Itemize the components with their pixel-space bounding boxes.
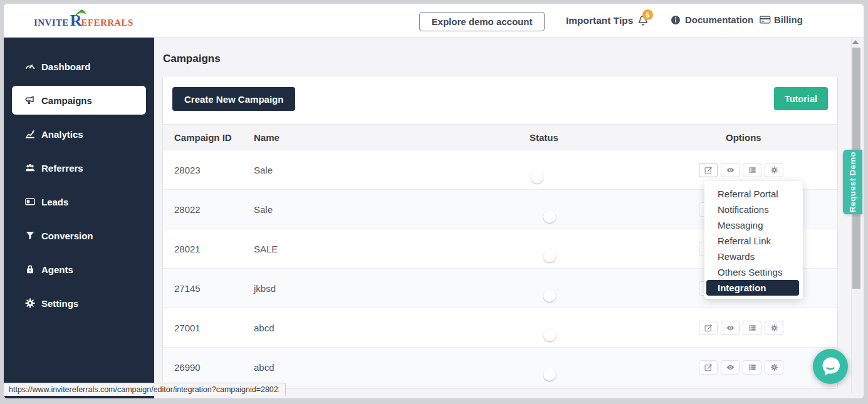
- list-icon: [748, 324, 756, 332]
- edit-option-button[interactable]: [699, 321, 718, 335]
- credit-card-icon: [760, 15, 771, 24]
- options-dropdown-menu: Referral PortalNotificationsMessagingRef…: [704, 181, 803, 299]
- sidebar-item-label: Analytics: [41, 129, 83, 140]
- gear-option-button[interactable]: [765, 163, 783, 177]
- sidebar-nav: Dashboard Campaigns Analytics Referrers …: [4, 38, 154, 318]
- eye-icon: [726, 166, 735, 174]
- sidebar-item-label: Dashboard: [41, 61, 90, 72]
- tutorial-button[interactable]: Tutorial: [774, 87, 828, 110]
- sidebar-item-label: Settings: [41, 298, 78, 309]
- dropdown-item-messaging[interactable]: Messaging: [704, 217, 803, 233]
- documentation-label: Documentation: [685, 14, 753, 25]
- campaign-id-cell: 28023: [174, 165, 254, 175]
- sidebar-item-settings[interactable]: Settings: [4, 289, 154, 318]
- gear-icon: [770, 363, 778, 371]
- wifi-signal-icon: [75, 6, 87, 15]
- campaign-id-cell: 26990: [174, 362, 254, 373]
- sidebar: Dashboard Campaigns Analytics Referrers …: [4, 38, 154, 398]
- important-tips-button[interactable]: Important Tips: [566, 14, 649, 27]
- list-option-button[interactable]: [743, 163, 761, 177]
- dropdown-item-notifications[interactable]: Notifications: [704, 202, 803, 217]
- top-navbar: INVITEREFERRALS Explore demo account Imp…: [4, 4, 864, 38]
- campaign-name-cell: abcd: [254, 323, 530, 333]
- table-row: 27001 abcd: [163, 308, 837, 348]
- edit-option-button[interactable]: [699, 360, 718, 375]
- col-header-campaign-id: Campaign ID: [174, 132, 254, 143]
- campaign-name-cell: jkbsd: [254, 283, 530, 294]
- scrollbar-up-arrow[interactable]: [852, 40, 859, 44]
- options-cell: [699, 321, 837, 335]
- invitereferrals-logo[interactable]: INVITEREFERRALS: [34, 13, 133, 29]
- sidebar-item-leads[interactable]: Leads: [4, 187, 154, 216]
- gear-option-button[interactable]: [765, 360, 783, 375]
- documentation-link[interactable]: Documentation: [671, 14, 753, 25]
- sidebar-item-referrers[interactable]: Referrers: [4, 153, 154, 182]
- sidebar-item-agents[interactable]: Agents: [4, 255, 154, 284]
- logo-text-eferrals: EFERRALS: [81, 18, 133, 28]
- create-new-campaign-button[interactable]: Create New Campaign: [172, 87, 295, 111]
- col-header-status: Status: [530, 132, 699, 143]
- gear-option-button[interactable]: [765, 321, 783, 335]
- chart-line-icon: [24, 128, 36, 140]
- sidebar-item-conversion[interactable]: Conversion: [4, 221, 154, 250]
- gear-icon: [770, 324, 778, 332]
- dropdown-item-others-settings[interactable]: Others Settings: [704, 264, 803, 280]
- logo-text-invite: INVITE: [34, 18, 69, 28]
- sidebar-item-label: Referrers: [41, 163, 83, 174]
- leads-card-icon: [24, 196, 36, 207]
- edit-option-button[interactable]: [699, 163, 718, 177]
- col-header-name: Name: [254, 132, 530, 143]
- sidebar-item-campaigns[interactable]: Campaigns: [12, 86, 146, 115]
- dropdown-item-rewards[interactable]: Rewards: [704, 249, 803, 264]
- list-icon: [748, 363, 756, 371]
- status-url-bar: https://www.invitereferrals.com/campaign…: [4, 383, 286, 396]
- sidebar-item-label: Campaigns: [41, 95, 92, 106]
- filter-icon: [24, 230, 36, 241]
- sidebar-item-dashboard[interactable]: Dashboard: [4, 52, 154, 81]
- billing-link[interactable]: Billing: [760, 14, 803, 25]
- col-header-options: Options: [699, 132, 837, 143]
- explore-demo-account-button[interactable]: Explore demo account: [419, 12, 545, 31]
- edit-icon: [704, 363, 713, 371]
- tips-count-badge: 5: [642, 9, 653, 20]
- megaphone-icon: [24, 95, 36, 106]
- app-window: INVITEREFERRALS Explore demo account Imp…: [4, 4, 864, 398]
- campaign-id-cell: 27001: [174, 323, 254, 333]
- eye-icon: [726, 324, 735, 332]
- options-cell: [699, 163, 837, 177]
- info-icon: [671, 15, 681, 25]
- eye-option-button[interactable]: [721, 321, 740, 335]
- request-demo-tab[interactable]: Request Demo: [843, 150, 862, 214]
- dropdown-item-referral-link[interactable]: Referral Link: [704, 233, 803, 249]
- campaign-id-cell: 27145: [174, 283, 254, 294]
- chat-bubble-icon[interactable]: [813, 349, 848, 384]
- list-option-button[interactable]: [743, 360, 761, 375]
- dropdown-item-integration[interactable]: Integration: [706, 280, 799, 296]
- table-row: 26990 abcd: [163, 348, 837, 387]
- page-title: Campaigns: [163, 53, 221, 65]
- lock-icon: [24, 264, 36, 275]
- sidebar-item-analytics[interactable]: Analytics: [4, 120, 154, 148]
- eye-option-button[interactable]: [721, 163, 740, 177]
- billing-label: Billing: [774, 14, 803, 25]
- list-option-button[interactable]: [743, 321, 761, 335]
- list-icon: [748, 166, 756, 174]
- sidebar-item-label: Conversion: [41, 230, 93, 241]
- campaign-id-cell: 28022: [174, 204, 254, 215]
- dropdown-item-referral-portal[interactable]: Referral Portal: [704, 186, 803, 202]
- edit-icon: [704, 324, 713, 332]
- edit-icon: [704, 166, 713, 174]
- users-icon: [24, 162, 36, 174]
- request-demo-label: Request Demo: [848, 152, 857, 212]
- campaign-name-cell: abcd: [254, 362, 530, 373]
- campaign-name-cell: Sale: [254, 165, 530, 175]
- campaign-name-cell: Sale: [254, 204, 530, 215]
- dashboard-icon: [24, 61, 36, 72]
- status-url-text: https://www.invitereferrals.com/campaign…: [9, 385, 279, 394]
- eye-option-button[interactable]: [721, 360, 740, 375]
- important-tips-label: Important Tips: [566, 15, 633, 26]
- eye-icon: [726, 363, 735, 371]
- table-header-row: Campaign ID Name Status Options: [163, 124, 837, 150]
- campaign-id-cell: 28021: [174, 244, 254, 254]
- gear-icon: [770, 166, 778, 174]
